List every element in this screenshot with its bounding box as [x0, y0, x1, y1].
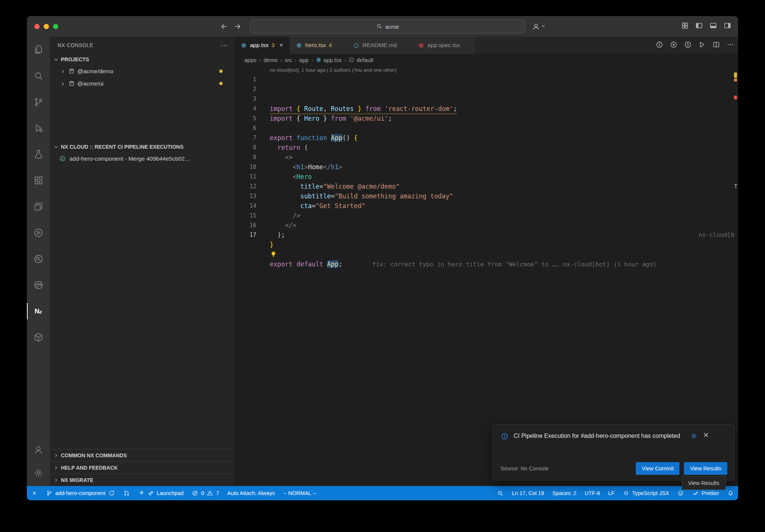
- code-line[interactable]: 9 title="Welcome @acme/demo": [235, 152, 738, 162]
- tab-badge: 4: [329, 42, 332, 48]
- repo-icon: [68, 68, 75, 74]
- breadcrumb-item[interactable]: app: [299, 57, 309, 63]
- status-auto-attach[interactable]: Auto Attach: Always: [223, 486, 279, 500]
- close-window-icon[interactable]: [34, 24, 40, 29]
- settings-gear-icon[interactable]: [27, 461, 50, 485]
- edge-browser-icon[interactable]: [27, 272, 50, 298]
- pipeline-execution-item[interactable]: add-hero-component - Merge 409b44e5cb02.…: [50, 152, 235, 165]
- repo-icon: [68, 80, 75, 87]
- account-icon[interactable]: [27, 438, 50, 461]
- tab-app.spec.tsx[interactable]: app.spec.tsx: [412, 37, 475, 54]
- minimize-window-icon[interactable]: [44, 24, 49, 29]
- run-file-icon[interactable]: [698, 41, 706, 50]
- notification-source: Source: Nx Console: [501, 466, 631, 471]
- code-line[interactable]: 1 import { Route, Routes } from 'react-r…: [235, 75, 738, 84]
- status-eol[interactable]: LF: [604, 486, 619, 500]
- history-back-icon[interactable]: [220, 16, 228, 37]
- breadcrumb-item[interactable]: demo: [264, 57, 278, 63]
- atom-icon: [418, 42, 424, 49]
- command-center-search[interactable]: acme: [250, 19, 525, 34]
- projects-section-header[interactable]: PROJECTS: [50, 54, 235, 65]
- target-circle-icon[interactable]: [670, 41, 678, 50]
- code-line[interactable]: 6 <>: [235, 123, 738, 133]
- code-line[interactable]: 12 />: [235, 182, 738, 191]
- remote-explorer-icon[interactable]: [27, 194, 50, 220]
- zoom-window-icon[interactable]: [53, 24, 58, 29]
- code-line[interactable]: 17 export default App;fix: correct typo …: [235, 230, 738, 240]
- split-editor-icon[interactable]: [712, 41, 720, 50]
- line-number: 4: [235, 104, 256, 114]
- code-line[interactable]: 13 </>: [235, 191, 738, 201]
- explorer-icon[interactable]: [27, 37, 50, 63]
- section-label: PROJECTS: [61, 56, 89, 62]
- notification-settings-gear-icon[interactable]: [690, 432, 698, 440]
- code-line[interactable]: 14 );: [235, 201, 738, 211]
- breadcrumb-separator: ›: [280, 57, 282, 63]
- more-actions-icon[interactable]: ⋯: [221, 41, 228, 50]
- tab-app.tsx[interactable]: app.tsx 3 ×: [235, 37, 290, 54]
- extensions-icon[interactable]: [27, 167, 50, 194]
- status-language-mode[interactable]: {}TypeScript JSX: [619, 486, 673, 500]
- code-line[interactable]: 10 subtitle="Build something amazing tod…: [235, 162, 738, 172]
- status-git-action[interactable]: [119, 486, 134, 500]
- history-forward-icon[interactable]: [233, 16, 242, 37]
- breadcrumb-item[interactable]: app.tsx: [316, 57, 341, 63]
- view-commit-button[interactable]: View Commit: [636, 462, 679, 475]
- symbol-default-icon: [349, 57, 354, 63]
- source-control-icon[interactable]: [27, 89, 50, 115]
- code-line[interactable]: 4 export function App() {: [235, 104, 738, 114]
- status-cursor-position[interactable]: Ln 17, Col 19: [508, 486, 548, 500]
- close-icon[interactable]: ✕: [703, 432, 709, 439]
- code-line[interactable]: 11 cta="Get Started": [235, 172, 738, 182]
- navigate-forward-icon[interactable]: [684, 41, 692, 50]
- sidebar-section-nx-migrate[interactable]: NX MIGRATE: [50, 474, 235, 486]
- status-encoding[interactable]: UTF-8: [580, 486, 604, 500]
- status-launchpad[interactable]: Launchpad: [134, 486, 188, 500]
- search-circle-icon[interactable]: [27, 246, 50, 272]
- zoom-icon: [497, 490, 504, 497]
- code-line[interactable]: 8 <Hero: [235, 143, 738, 152]
- code-line[interactable]: 15 }: [235, 211, 738, 220]
- status-indentation[interactable]: Spaces: 2: [548, 486, 581, 500]
- status-zoom[interactable]: [493, 486, 508, 500]
- tab-README.md[interactable]: README.md: [347, 37, 412, 54]
- code-line[interactable]: 7 <h1>Home</h1>: [235, 133, 738, 143]
- project-item[interactable]: @acme/demo: [50, 65, 235, 77]
- breadcrumb-item[interactable]: src: [285, 57, 292, 63]
- tab-hero.tsx[interactable]: hero.tsx 4: [290, 37, 347, 54]
- check-circle-icon: [59, 155, 66, 162]
- sidebar-section-help-and-feedback[interactable]: HELP AND FEEDBACK: [50, 461, 235, 474]
- code-line[interactable]: 2 import { Hero } from '@acme/ui';: [235, 84, 738, 94]
- code-line[interactable]: 16: [235, 220, 738, 230]
- nx-cloud-section-header[interactable]: NX CLOUD :: RECENT CI PIPELINE EXECUTION…: [50, 141, 235, 152]
- navigate-back-icon[interactable]: [656, 41, 663, 50]
- status-vim-mode[interactable]: -- NORMAL --: [279, 486, 320, 500]
- nx-console-icon[interactable]: N≥: [27, 298, 50, 324]
- close-tab-icon[interactable]: ×: [278, 41, 285, 49]
- accounts-icon[interactable]: [532, 16, 546, 37]
- toggle-panel-icon[interactable]: [709, 22, 717, 31]
- project-item[interactable]: @acme/ui: [50, 77, 235, 90]
- toggle-sidebar-icon[interactable]: [695, 22, 703, 31]
- code-line[interactable]: 5 return (: [235, 114, 738, 123]
- status-problems[interactable]: 07: [188, 486, 223, 500]
- editor-group: app.tsx 3 × hero.tsx 4 README.md app.spe…: [235, 37, 738, 486]
- play-circle-icon[interactable]: [27, 220, 50, 246]
- search-icon[interactable]: [27, 63, 50, 89]
- code-editor[interactable]: nx-cloud[bot], 1 hour ago | 2 authors (Y…: [235, 66, 738, 486]
- breadcrumb-item[interactable]: default: [349, 57, 373, 63]
- sidebar-section-common-nx-commands[interactable]: COMMON NX COMMANDS: [50, 449, 235, 461]
- smiley-icon: [677, 490, 684, 497]
- code-line[interactable]: 3: [235, 94, 738, 104]
- customize-layout-icon[interactable]: [681, 22, 689, 31]
- package-cube-icon[interactable]: [27, 324, 50, 350]
- more-actions-icon[interactable]: [727, 41, 734, 50]
- view-results-button[interactable]: View Results: [684, 462, 727, 475]
- toggle-secondary-sidebar-icon[interactable]: [724, 22, 731, 31]
- status-remote-indicator[interactable]: [27, 486, 42, 500]
- run-debug-icon[interactable]: [27, 115, 50, 141]
- breadcrumb-item[interactable]: apps: [244, 57, 257, 63]
- tab-badge: 3: [272, 42, 275, 48]
- status-git-branch[interactable]: add-hero-component: [42, 486, 119, 500]
- testing-icon[interactable]: [27, 141, 50, 167]
